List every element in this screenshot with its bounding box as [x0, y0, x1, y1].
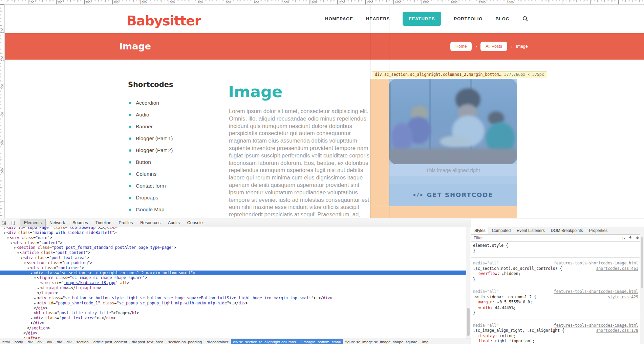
- tree-row[interactable]: </div>: [0, 306, 466, 311]
- tree-row[interactable]: </div>: [0, 321, 466, 326]
- dom-crumb[interactable]: div.sc_section.sc_alignright.columns1_2.…: [231, 339, 343, 344]
- tree-row[interactable]: </figure>: [0, 291, 466, 296]
- tree-row[interactable]: ▼<div class="content">: [0, 240, 466, 245]
- sidebar-item-columns[interactable]: Columns: [129, 171, 156, 177]
- devtools-tab-audits[interactable]: Audits: [164, 219, 184, 227]
- dom-crumb[interactable]: img: [420, 339, 431, 344]
- dom-crumb[interactable]: div: [35, 339, 45, 344]
- stylesheet-link[interactable]: shortcodes.css:461: [596, 266, 638, 272]
- sidebar-item-blogger-part-1-[interactable]: Blogger (Part 1): [129, 135, 173, 142]
- site-header: Babysitter HOMEPAGEHEADERSFEATURESPORTFO…: [0, 4, 644, 33]
- css-property[interactable]: width: 44.4445%;: [473, 305, 638, 311]
- dom-crumb[interactable]: div.container: [204, 339, 231, 344]
- elements-tree: ▶<div id="topOfPage" class="topTabsWrap"…: [0, 225, 466, 339]
- stylesheet-link[interactable]: features-tools-shortcodes-image.html: [554, 261, 638, 266]
- tree-row[interactable]: ▼<div class="sc_section sc_alignright co…: [0, 271, 466, 276]
- sidebar-item-audio[interactable]: Audio: [129, 112, 149, 118]
- tree-row[interactable]: ▶<div id="popup_shortcode_1" class="sc_p…: [0, 301, 466, 306]
- new-style-rule-icon[interactable]: +▾: [622, 236, 625, 240]
- css-property[interactable]: overflow: ▶hidden;: [473, 271, 638, 277]
- ruler-label: 1200: [338, 1, 345, 4]
- ruler-label: 1600: [451, 1, 457, 4]
- site-logo[interactable]: Babysitter: [127, 13, 201, 28]
- sidebar-item-blogger-part-2-[interactable]: Blogger (Part 2): [129, 147, 173, 153]
- css-property[interactable]: margin: ▶0 5.5555% 0 0;: [473, 300, 638, 305]
- get-shortcode-button[interactable]: </> GET SHORTCODE: [389, 184, 517, 206]
- sidebar-item-dropcaps[interactable]: Dropcaps: [129, 195, 158, 201]
- dom-crumb[interactable]: section.no_padding: [166, 339, 204, 344]
- styles-scrollbar-thumb[interactable]: [641, 237, 643, 288]
- dom-crumb[interactable]: html: [0, 339, 12, 344]
- tree-row[interactable]: ▼<section class="no_padding">: [0, 260, 466, 265]
- tree-row[interactable]: ▼<div class="post_text_area">: [0, 255, 466, 260]
- nav-item-homepage[interactable]: HOMEPAGE: [325, 16, 353, 21]
- element-state-icon[interactable]: ❖: [636, 236, 639, 240]
- devtools-tab-elements[interactable]: Elements: [20, 219, 46, 227]
- tree-row[interactable]: ▼<div class="mainWrap with_sidebar sideB…: [0, 230, 466, 235]
- tree-row[interactable]: ▶<div class="sc_button sc_button_style_l…: [0, 296, 466, 301]
- stylesheet-link[interactable]: style.css:429: [608, 295, 638, 300]
- sidebar-item-button[interactable]: Button: [129, 159, 151, 165]
- dom-crumb[interactable]: div: [55, 339, 64, 344]
- tree-row[interactable]: ▼<article class="post_content">: [0, 250, 466, 255]
- bullet-icon: [129, 209, 131, 211]
- devtools-tab-console[interactable]: Console: [184, 219, 207, 227]
- dom-crumb[interactable]: section: [74, 339, 91, 344]
- inspect-element-icon[interactable]: [0, 219, 9, 227]
- nav-item-portfolio[interactable]: PORTFOLIO: [454, 16, 483, 21]
- devtools-tab-network[interactable]: Network: [46, 219, 69, 227]
- bullet-icon: [129, 114, 131, 116]
- breadcrumb-link-home[interactable]: Home: [450, 42, 472, 51]
- tree-row[interactable]: </div>: [0, 331, 466, 336]
- dom-crumb[interactable]: div: [64, 339, 74, 344]
- elements-scrollbar[interactable]: [466, 227, 470, 339]
- search-icon[interactable]: [522, 16, 528, 22]
- nav-item-headers[interactable]: HEADERS: [366, 16, 390, 21]
- devtools-tab-sources[interactable]: Sources: [69, 219, 92, 227]
- shorthand-expand-arrow[interactable]: ▶: [497, 300, 499, 305]
- css-property[interactable]: float: right !important;: [473, 339, 638, 344]
- sidebar-item-banner[interactable]: Banner: [129, 124, 153, 130]
- tree-row[interactable]: </section>: [0, 326, 466, 331]
- stylesheet-link[interactable]: features-tools-shortcodes-image.html: [554, 323, 638, 328]
- style-rule: element.style {}: [471, 241, 640, 257]
- dom-crumb[interactable]: article.post_content: [91, 339, 130, 344]
- stylesheet-link[interactable]: features-tools-shortcodes-image.html: [554, 289, 638, 295]
- styles-filter-input[interactable]: [471, 236, 622, 240]
- tree-row[interactable]: ▼<figure class="sc_image sc_image_shape_…: [0, 275, 466, 280]
- css-property[interactable]: display: inline;: [473, 334, 638, 339]
- dom-crumb[interactable]: figure.sc_image.sc_image_shape_square: [343, 339, 420, 344]
- nav-item-blog[interactable]: BLOG: [495, 16, 510, 21]
- shorthand-expand-arrow[interactable]: ▶: [502, 272, 504, 277]
- devtools-tab-timeline[interactable]: Timeline: [92, 219, 115, 227]
- tree-row[interactable]: ▼<section class="post post_format_standa…: [0, 245, 466, 250]
- styles-tab-dom-breakpoints[interactable]: DOM Breakpoints: [548, 227, 586, 234]
- device-mode-icon[interactable]: [9, 219, 18, 227]
- breadcrumb-link-all-posts[interactable]: All Posts: [480, 42, 507, 51]
- sidebar-item-accordion[interactable]: Accordion: [129, 100, 159, 106]
- pin-icon[interactable]: [628, 235, 632, 240]
- tree-row[interactable]: ▶<figcaption>…</figcaption>: [0, 285, 466, 291]
- tree-row[interactable]: ▼<div class="container">: [0, 265, 466, 271]
- devtools-tab-resources[interactable]: Resources: [136, 219, 164, 227]
- sidebar-item-contact-form[interactable]: Contact form: [129, 183, 166, 189]
- styles-tab-styles[interactable]: Styles: [471, 227, 489, 234]
- dom-crumb[interactable]: div: [45, 339, 55, 344]
- styles-tab-event-listeners[interactable]: Event Listeners: [514, 227, 548, 234]
- nav-item-features[interactable]: FEATURES: [403, 12, 441, 26]
- tree-row[interactable]: <img src="images/kidscare-18.jpg" alt>: [0, 280, 466, 285]
- elements-scrollbar-thumb[interactable]: [467, 308, 470, 336]
- tree-row[interactable]: ::after: [0, 336, 466, 339]
- dom-crumb[interactable]: div.post_text_area: [129, 339, 166, 344]
- styles-scrollbar[interactable]: [640, 234, 644, 344]
- stylesheet-link[interactable]: shortcodes.css:178: [596, 328, 638, 334]
- dom-crumb[interactable]: div: [25, 339, 35, 344]
- devtools-tab-profiles[interactable]: Profiles: [115, 219, 137, 227]
- tree-row[interactable]: ▶<div class="post_text_area">…</div>: [0, 316, 466, 321]
- styles-tab-computed[interactable]: Computed: [489, 227, 514, 234]
- dom-crumb[interactable]: body: [12, 339, 25, 344]
- sidebar-item-google-map[interactable]: Google Map: [129, 207, 164, 213]
- tree-row[interactable]: ▼<div class="main">: [0, 235, 466, 240]
- styles-tab-properties[interactable]: Properties: [586, 227, 610, 234]
- tree-row[interactable]: <h1 class="post_title entry-title">Image…: [0, 310, 466, 316]
